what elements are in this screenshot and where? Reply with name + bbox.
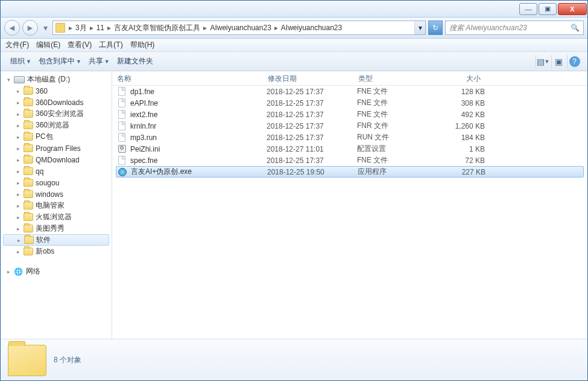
col-name[interactable]: 名称: [112, 71, 263, 85]
toolbar: 组织 ▼ 包含到库中 ▼ 共享 ▼ 新建文件夹 ▤ ▼ ▣ ?: [1, 52, 587, 71]
tree-folder[interactable]: ▸360浏览器: [1, 120, 112, 131]
breadcrumb-seg[interactable]: AIweiyuanchuan23: [279, 24, 344, 32]
preview-pane-button[interactable]: ▣: [551, 55, 566, 68]
folder-icon: [24, 179, 33, 187]
file-icon: [117, 121, 127, 131]
folder-icon: [24, 133, 33, 141]
status-count: 8 个对象: [54, 355, 81, 365]
minimize-button[interactable]: —: [519, 3, 537, 15]
file-row[interactable]: krnln.fnr2018-12-25 17:37FNR 文件1,260 KB: [112, 120, 587, 132]
breadcrumb-seg[interactable]: AIweiyuanchuan23: [208, 24, 273, 32]
nav-bar: ◄ ► ▾ ▸ 3月▸ 11▸ 言友AI文章智能伪原创工具▸ AIweiyuan…: [1, 18, 587, 39]
tree-folder[interactable]: ▸QMDownload: [1, 154, 112, 165]
breadcrumb-seg[interactable]: 3月: [74, 23, 89, 33]
share-button[interactable]: 共享 ▼: [85, 54, 113, 68]
nav-tree[interactable]: ▾ 本地磁盘 (D:) ▸360▸360Downloads▸360安全浏览器▸3…: [1, 71, 112, 339]
tree-folder[interactable]: ▸美图秀秀: [1, 223, 112, 234]
search-icon[interactable]: 🔍: [571, 24, 580, 32]
folder-icon: [24, 236, 34, 244]
address-dropdown[interactable]: ▾: [414, 21, 425, 34]
folder-icon: [24, 202, 33, 210]
col-type[interactable]: 类型: [353, 71, 426, 85]
file-icon: [117, 98, 127, 108]
menu-view[interactable]: 查看(V): [68, 40, 92, 50]
tree-folder[interactable]: ▸Program Files: [1, 142, 112, 154]
organize-button[interactable]: 组织 ▼: [7, 54, 35, 68]
file-row[interactable]: iext2.fne2018-12-25 17:37FNE 文件492 KB: [112, 109, 587, 120]
file-list[interactable]: 名称 修改日期 类型 大小 dp1.fne2018-12-25 17:37FNE…: [112, 71, 587, 339]
back-button[interactable]: ◄: [4, 20, 20, 36]
include-button[interactable]: 包含到库中 ▼: [35, 54, 85, 68]
folder-icon: [24, 213, 33, 221]
tree-folder[interactable]: ▸360安全浏览器: [1, 108, 112, 120]
folder-icon: [24, 248, 33, 255]
tree-folder[interactable]: ▸qq: [1, 165, 112, 177]
search-placeholder: 搜索 AIweiyuanchuan23: [449, 23, 527, 33]
tree-folder[interactable]: ▸新obs: [1, 246, 112, 257]
maximize-button[interactable]: ▣: [539, 3, 557, 15]
help-button[interactable]: ?: [567, 55, 581, 68]
status-bar: 8 个对象: [1, 339, 587, 381]
file-row[interactable]: mp3.run2018-12-25 17:37RUN 文件184 KB: [112, 132, 587, 143]
tree-folder[interactable]: ▸360: [1, 85, 112, 97]
tree-folder[interactable]: ▸电脑管家: [1, 200, 112, 211]
menu-edit[interactable]: 编辑(E): [36, 40, 60, 50]
file-icon: [117, 156, 127, 165]
menu-file[interactable]: 文件(F): [5, 40, 29, 50]
file-row[interactable]: eAPI.fne2018-12-25 17:37FNE 文件308 KB: [112, 97, 587, 109]
title-bar: — ▣ X: [1, 1, 587, 18]
folder-icon: [55, 23, 65, 33]
folder-icon: [24, 87, 33, 95]
tree-folder[interactable]: ▸PC包: [1, 131, 112, 142]
col-date[interactable]: 修改日期: [263, 71, 353, 85]
big-folder-icon: [8, 345, 46, 376]
network-icon: 🌐: [14, 267, 24, 276]
file-icon: [118, 167, 127, 177]
folder-icon: [24, 156, 33, 164]
history-dropdown[interactable]: ▾: [40, 20, 50, 36]
file-icon: [117, 87, 127, 97]
tree-drive[interactable]: ▾ 本地磁盘 (D:): [1, 74, 112, 85]
folder-icon: [24, 225, 33, 232]
breadcrumb-seg[interactable]: 言友AI文章智能伪原创工具: [112, 23, 202, 33]
folder-icon: [24, 110, 33, 118]
file-icon: [117, 133, 127, 142]
file-icon: [117, 110, 127, 120]
close-button[interactable]: X: [558, 3, 587, 15]
folder-icon: [24, 190, 33, 198]
breadcrumb-seg[interactable]: 11: [95, 24, 106, 32]
address-bar[interactable]: ▸ 3月▸ 11▸ 言友AI文章智能伪原创工具▸ AIweiyuanchuan2…: [52, 21, 426, 35]
tree-folder[interactable]: ▸360Downloads: [1, 97, 112, 108]
forward-button[interactable]: ►: [22, 20, 38, 36]
content-area: ▾ 本地磁盘 (D:) ▸360▸360Downloads▸360安全浏览器▸3…: [1, 71, 587, 339]
file-row[interactable]: PeiZhi.ini2018-12-27 11:01配置设置1 KB: [112, 143, 587, 155]
column-header[interactable]: 名称 修改日期 类型 大小: [112, 71, 587, 86]
tree-folder[interactable]: ▸火狐浏览器: [1, 211, 112, 223]
menu-tools[interactable]: 工具(T): [99, 40, 122, 50]
file-icon: [117, 144, 127, 154]
file-row[interactable]: spec.fne2018-12-25 17:37FNE 文件72 KB: [112, 155, 587, 166]
drive-icon: [14, 76, 25, 83]
tree-network[interactable]: ▸🌐 网络: [1, 266, 112, 277]
newfolder-button[interactable]: 新建文件夹: [113, 54, 157, 68]
col-size[interactable]: 大小: [426, 71, 486, 85]
tree-folder[interactable]: ▸windows: [1, 188, 112, 200]
view-mode-button[interactable]: ▤ ▼: [536, 55, 550, 68]
folder-icon: [24, 98, 33, 106]
tree-folder[interactable]: ▸软件: [3, 234, 109, 246]
folder-icon: [24, 144, 33, 152]
menu-help[interactable]: 帮助(H): [130, 40, 155, 50]
folder-icon: [24, 167, 33, 175]
tree-folder[interactable]: ▸sougou: [1, 177, 112, 188]
menu-bar: 文件(F) 编辑(E) 查看(V) 工具(T) 帮助(H): [1, 39, 587, 52]
file-row[interactable]: 言友AI+伪原创.exe2018-12-25 19:50应用程序227 KB: [116, 166, 584, 178]
file-row[interactable]: dp1.fne2018-12-25 17:37FNE 文件128 KB: [112, 86, 587, 97]
refresh-button[interactable]: ↻: [428, 21, 443, 35]
folder-icon: [24, 121, 33, 129]
search-input[interactable]: 搜索 AIweiyuanchuan23 🔍: [445, 21, 584, 35]
